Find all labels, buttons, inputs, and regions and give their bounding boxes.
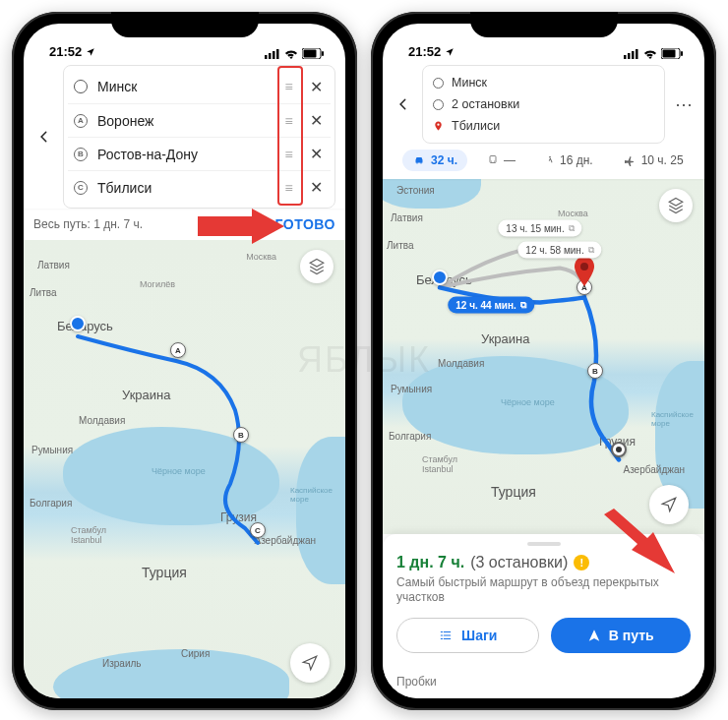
signal-icon xyxy=(624,49,639,59)
sheet-tab-traffic[interactable]: Пробки xyxy=(396,675,437,689)
chevron-left-icon xyxy=(37,130,51,144)
train-icon xyxy=(487,154,499,166)
mode-walk[interactable]: 16 дн. xyxy=(535,150,603,171)
location-arrow-icon xyxy=(86,47,95,57)
route-summary[interactable]: Минск 2 остановки Тбилиси xyxy=(422,65,665,144)
map[interactable]: Эстония Латвия Литва Москва Беларусь Укр… xyxy=(383,179,704,534)
list-icon xyxy=(438,629,454,642)
svg-rect-3 xyxy=(276,49,279,59)
locate-icon xyxy=(301,654,319,672)
remove-stop-button[interactable]: ✕ xyxy=(307,111,325,130)
status-time: 21:52 xyxy=(408,44,441,59)
route-origin-pin xyxy=(70,316,86,331)
waypoint-a-icon: A xyxy=(74,114,88,128)
stops-icon xyxy=(433,99,444,110)
svg-point-20 xyxy=(580,263,588,270)
svg-point-15 xyxy=(437,123,439,125)
stop-origin[interactable]: Минск xyxy=(97,79,270,94)
car-icon xyxy=(412,154,426,166)
stop-b[interactable]: Ростов-на-Дону xyxy=(97,147,270,162)
mode-fly[interactable]: 10 ч. 25 xyxy=(613,150,694,171)
drag-handle-icon[interactable]: ≡ xyxy=(279,79,297,94)
svg-point-17 xyxy=(491,161,492,162)
sheet-duration: 1 дн. 7 ч. xyxy=(396,554,464,571)
navigate-icon xyxy=(587,629,601,642)
plane-icon xyxy=(623,154,637,166)
svg-point-19 xyxy=(549,156,551,158)
svg-rect-1 xyxy=(269,53,272,59)
layers-button[interactable] xyxy=(659,189,693,222)
route-waypoint-pin: B xyxy=(233,427,249,443)
svg-point-18 xyxy=(494,161,495,162)
waypoint-b-icon: B xyxy=(74,148,88,161)
location-arrow-icon xyxy=(445,47,455,57)
steps-button[interactable]: Шаги xyxy=(396,618,539,653)
sheet-subtitle: Самый быстрый маршрут в объезд перекрыты… xyxy=(396,575,691,606)
layers-button[interactable] xyxy=(300,250,334,283)
wifi-icon xyxy=(643,49,657,59)
svg-rect-0 xyxy=(265,55,268,59)
summary-stops: 2 остановки xyxy=(452,97,519,111)
route-panel: Минск 2 остановки Тбилиси ⋯ 32 ч. — 16 д… xyxy=(383,61,704,179)
route-dest-pin xyxy=(611,442,627,457)
wifi-icon xyxy=(284,49,298,59)
bottom-sheet[interactable]: 1 дн. 7 ч. (3 остановки) ! Самый быстрый… xyxy=(383,534,704,698)
summary-from: Минск xyxy=(452,76,487,90)
remove-stop-button[interactable]: ✕ xyxy=(307,145,325,163)
done-button[interactable]: ГОТОВО xyxy=(275,216,335,232)
chevron-left-icon xyxy=(396,97,410,111)
sheet-grabber[interactable] xyxy=(527,542,561,546)
route-panel: Минск ≡ ✕ A Воронеж ≡ ✕ B Ростов-на-Дону… xyxy=(24,61,345,209)
svg-rect-5 xyxy=(304,50,317,58)
remove-stop-button[interactable]: ✕ xyxy=(307,178,325,197)
svg-rect-11 xyxy=(636,49,638,59)
route-waypoint-pin: C xyxy=(250,522,266,538)
waypoint-c-icon: C xyxy=(74,181,88,195)
route-time-chip-active[interactable]: 12 ч. 44 мин.⧉ xyxy=(448,297,534,314)
layers-icon xyxy=(308,258,326,275)
svg-rect-6 xyxy=(322,51,324,56)
stop-a[interactable]: Воронеж xyxy=(97,113,270,129)
svg-rect-14 xyxy=(681,51,683,56)
destination-pin-icon xyxy=(433,121,444,132)
battery-icon xyxy=(661,48,683,59)
walk-icon xyxy=(545,153,555,167)
locate-button[interactable] xyxy=(649,485,689,524)
svg-rect-2 xyxy=(273,51,275,59)
phone-left: 21:52 Минск ≡ ✕ xyxy=(12,12,357,710)
back-button[interactable] xyxy=(393,93,414,116)
mode-transit[interactable]: — xyxy=(477,150,525,171)
mode-tabs: 32 ч. — 16 дн. 10 ч. 25 xyxy=(393,144,695,179)
locate-button[interactable] xyxy=(290,643,330,683)
svg-rect-10 xyxy=(632,51,635,59)
battery-icon xyxy=(302,48,324,59)
locate-icon xyxy=(660,496,678,513)
drag-handle-icon[interactable]: ≡ xyxy=(279,113,297,129)
notch xyxy=(111,12,259,37)
svg-rect-16 xyxy=(490,156,496,163)
drag-handle-icon[interactable]: ≡ xyxy=(279,147,297,162)
origin-icon xyxy=(433,78,444,89)
start-navigation-button[interactable]: В путь xyxy=(551,618,692,653)
signal-icon xyxy=(265,49,280,59)
mode-drive[interactable]: 32 ч. xyxy=(402,150,467,171)
phone-right: 21:52 Минск 2 остановки Тбилиси ⋯ xyxy=(371,12,716,710)
svg-rect-9 xyxy=(628,53,631,59)
warning-icon: ! xyxy=(574,555,589,570)
back-button[interactable] xyxy=(33,126,55,149)
total-duration: Весь путь: 1 дн. 7 ч. xyxy=(33,217,143,231)
destination-pin-icon xyxy=(573,257,596,290)
route-time-chip[interactable]: 12 ч. 58 мин.⧉ xyxy=(517,242,601,259)
more-button[interactable]: ⋯ xyxy=(673,93,695,115)
remove-stop-button[interactable]: ✕ xyxy=(307,78,325,96)
route-origin-pin xyxy=(432,270,448,285)
drag-handle-icon[interactable]: ≡ xyxy=(279,180,297,196)
route-time-chip[interactable]: 13 ч. 15 мин.⧉ xyxy=(498,220,581,237)
stop-c[interactable]: Тбилиси xyxy=(97,180,270,196)
route-line xyxy=(24,240,345,698)
map[interactable]: Латвия Литва Беларусь Могилёв Москва Укр… xyxy=(24,240,345,698)
svg-rect-13 xyxy=(663,50,676,58)
notch xyxy=(470,12,618,37)
origin-icon xyxy=(74,80,88,93)
summary-to: Тбилиси xyxy=(452,119,500,133)
